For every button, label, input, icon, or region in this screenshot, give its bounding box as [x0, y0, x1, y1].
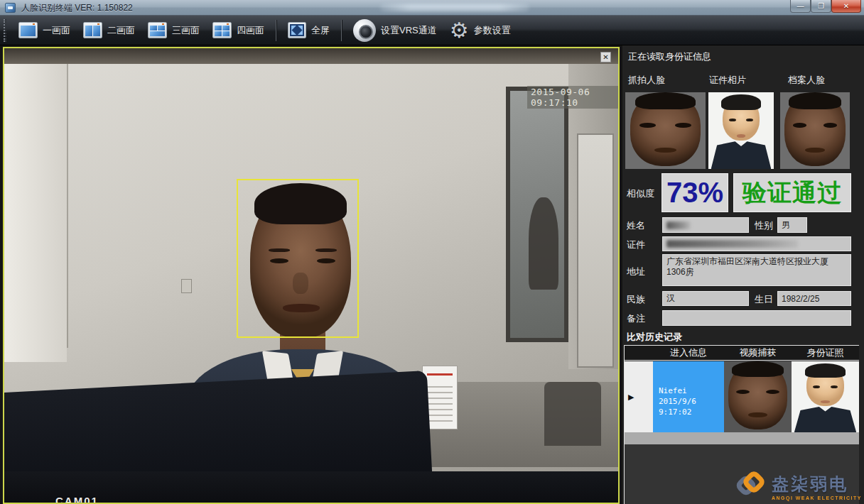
history-video-capture-photo	[724, 361, 792, 432]
view-2-label: 二画面	[107, 24, 135, 37]
redacted-id-value	[666, 240, 798, 248]
entry-date: 2015/9/6	[659, 396, 724, 407]
fullscreen-label: 全屏	[311, 24, 330, 37]
gender-label: 性别	[755, 219, 773, 232]
gender-field[interactable]: 男	[777, 217, 807, 233]
history-col-marker	[625, 346, 653, 360]
scene-wall-socket	[181, 279, 192, 293]
maximize-button[interactable]: ❐	[811, 0, 831, 13]
archive-face-label: 档案人脸	[788, 74, 825, 87]
face-detection-box	[237, 179, 359, 338]
vrs-channel-label: 设置VRS通道	[381, 24, 437, 37]
view-3-label: 三画面	[172, 24, 200, 37]
video-timestamp: 2015-09-06 09:17:10	[527, 86, 618, 109]
gear-icon: ⚙	[450, 20, 469, 41]
toolbar-grip	[4, 19, 6, 42]
toolbar-separator	[341, 20, 342, 41]
view-4-button[interactable]: 四画面	[206, 19, 271, 41]
view-2-button[interactable]: 二画面	[77, 19, 141, 41]
verification-result: 验证通过	[733, 173, 851, 212]
params-settings-button[interactable]: ⚙ 参数设置	[443, 17, 517, 44]
ethnicity-field[interactable]: 汉	[662, 291, 749, 306]
name-field[interactable]	[662, 217, 749, 233]
main-toolbar: 一画面 二画面 三画面 四画面 全屏 设置VRS通道 ⚙ 参数设置	[0, 16, 864, 45]
history-id-photo	[792, 361, 859, 432]
scene-door	[577, 133, 614, 368]
view-3-button[interactable]: 三画面	[141, 19, 206, 41]
history-section-title: 比对历史记录	[627, 331, 682, 344]
video-channel-panel[interactable]: 2015-09-06 09:17:10 CAM01 ✕	[3, 47, 620, 504]
history-row[interactable]: ▶ Niefei 2015/9/6 9:17:02	[625, 361, 859, 432]
view-1-label: 一画面	[43, 24, 70, 37]
entry-info-cell: Niefei 2015/9/6 9:17:02	[653, 361, 724, 432]
params-settings-label: 参数设置	[474, 24, 511, 37]
similarity-value: 73%	[662, 173, 728, 212]
address-label: 地址	[627, 265, 645, 278]
toolbar-separator	[276, 20, 276, 41]
view-1-button[interactable]: 一画面	[12, 19, 77, 41]
captured-face-photo	[625, 92, 706, 169]
id-number-label: 证件	[627, 239, 645, 251]
address-field[interactable]: 广东省深圳市福田区深南大道特区报业大厦1306房	[662, 254, 851, 286]
titlebar-blurred-text	[380, 4, 529, 11]
scene-chair	[544, 382, 601, 446]
minimize-button[interactable]: —	[790, 0, 811, 13]
redacted-name-value	[666, 221, 691, 229]
row-marker-icon: ▶	[628, 393, 634, 402]
view-3-icon	[148, 22, 167, 38]
view-4-icon	[212, 22, 232, 38]
scene-wall	[4, 64, 67, 362]
camera-osd-label: CAM01	[55, 495, 99, 503]
history-col-idphoto: 身份证照	[792, 346, 859, 360]
vrs-channel-button[interactable]: 设置VRS通道	[347, 16, 443, 45]
history-empty-strip	[625, 432, 859, 444]
scene-wall-seam	[67, 64, 68, 348]
remark-label: 备注	[627, 312, 645, 325]
status-message: 正在读取身份证信息	[628, 50, 711, 63]
view-4-label: 四画面	[237, 24, 264, 37]
row-selector-cell: ▶	[625, 361, 653, 432]
vendor-name-en: ANGQI WEAK ELECTRICITY	[772, 495, 862, 500]
id-photo-label: 证件相片	[709, 74, 746, 87]
view-2-icon	[83, 22, 102, 38]
title-bar: 人脸识别终端 VER: 1.150822 — ❐ ✕	[0, 0, 864, 16]
history-col-capture: 视频捕获	[724, 346, 792, 360]
id-verification-panel: 正在读取身份证信息 抓拍人脸 证件相片 档案人脸 相似度 73% 验证通过 姓名…	[622, 45, 864, 504]
video-close-icon[interactable]: ✕	[600, 52, 611, 62]
id-card-photo	[708, 92, 774, 169]
archive-face-photo	[780, 92, 850, 169]
history-table-header: 进入信息 视频捕获 身份证照	[625, 346, 859, 361]
name-label: 姓名	[627, 219, 645, 232]
birthday-field[interactable]: 1982/2/25	[777, 291, 851, 306]
scene-mirror-frame	[506, 87, 568, 342]
remark-field[interactable]	[662, 310, 851, 326]
entry-name: Niefei	[659, 385, 724, 396]
ethnicity-label: 民族	[627, 293, 645, 306]
vendor-logo-icon	[736, 471, 766, 501]
face-recognition-terminal-window: 人脸识别终端 VER: 1.150822 — ❐ ✕ 一画面 二画面 三画面 四…	[0, 0, 864, 504]
app-icon	[5, 3, 16, 13]
entry-time: 9:17:02	[659, 407, 724, 417]
scene-ceiling	[4, 48, 618, 64]
window-title: 人脸识别终端 VER: 1.150822	[21, 2, 133, 14]
similarity-label: 相似度	[627, 187, 654, 200]
vendor-name: 盎柒弱电	[772, 473, 862, 495]
dome-camera-icon	[353, 19, 376, 42]
fullscreen-icon	[288, 22, 306, 38]
captured-face-label: 抓拍人脸	[628, 74, 665, 87]
fullscreen-button[interactable]: 全屏	[281, 19, 336, 41]
id-number-field[interactable]	[662, 236, 851, 251]
view-1-icon	[18, 22, 38, 38]
scene-mirror	[510, 91, 564, 338]
close-button[interactable]: ✕	[831, 0, 861, 13]
video-feed: 2015-09-06 09:17:10 CAM01 ✕	[4, 48, 618, 503]
history-col-entry: 进入信息	[653, 346, 724, 360]
birthday-label: 生日	[755, 293, 773, 306]
vendor-watermark: 盎柒弱电 ANGQI WEAK ELECTRICITY	[736, 471, 862, 501]
